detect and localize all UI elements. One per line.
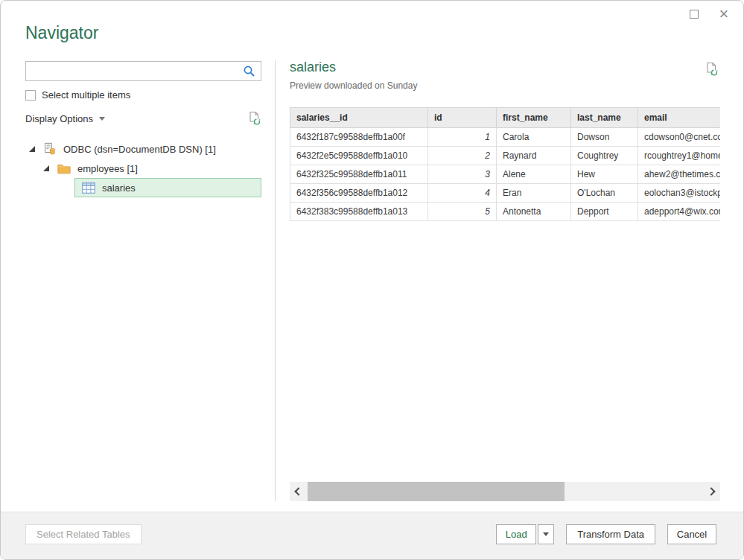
column-header: first_name — [497, 108, 571, 128]
table-cell: 4 — [428, 184, 497, 203]
load-button[interactable]: Load — [496, 524, 536, 544]
scroll-right-button[interactable] — [702, 482, 720, 501]
chevron-left-icon — [294, 487, 302, 495]
maximize-icon — [690, 10, 699, 19]
table-cell: 6432f325c99588deffb1a011 — [290, 165, 428, 184]
table-cell: 5 — [428, 203, 497, 221]
table-row[interactable]: 6432f383c99588deffb1a0135AntonettaDeppor… — [290, 203, 721, 221]
transform-data-button[interactable]: Transform Data — [566, 524, 655, 544]
page-title: Navigator — [25, 23, 98, 43]
table-cell: Depport — [571, 203, 638, 221]
table-cell: Raynard — [497, 147, 571, 165]
column-header: last_name — [571, 108, 638, 128]
checkbox-icon[interactable] — [25, 90, 36, 101]
table-row[interactable]: 6432f2e5c99588deffb1a0102RaynardCoughtre… — [290, 147, 721, 165]
navigator-dialog: × Navigator Select multiple items Displa… — [0, 0, 744, 560]
table-cell: rcoughtrey1@home — [638, 147, 721, 165]
table-cell: eolochan3@istockp — [638, 184, 721, 203]
table-cell: ahew2@thetimes.co — [638, 165, 721, 184]
table-cell: 2 — [428, 147, 497, 165]
table-cell: 3 — [428, 165, 497, 184]
select-multiple-checkbox[interactable]: Select multiple items — [25, 89, 130, 101]
select-multiple-label: Select multiple items — [42, 89, 130, 101]
select-related-tables-button[interactable]: Select Related Tables — [25, 524, 142, 544]
display-options-label: Display Options — [25, 113, 93, 124]
table-cell: 6432f2e5c99588deffb1a010 — [290, 147, 428, 165]
close-icon: × — [719, 6, 729, 22]
preview-table: salaries__ididfirst_namelast_nameemail64… — [290, 107, 720, 221]
close-button[interactable]: × — [715, 5, 733, 23]
table-cell: 6432f356c99588deffb1a012 — [290, 184, 428, 203]
chevron-down-icon — [99, 117, 105, 121]
tree-item-label: employees [1] — [77, 163, 138, 174]
table-row[interactable]: 6432f187c99588deffb1a00f1CarolaDowsoncdo… — [290, 128, 721, 147]
tree-item-label: salaries — [102, 182, 136, 194]
options-row: Display Options — [25, 111, 261, 126]
chevron-right-icon — [707, 487, 715, 495]
search-icon[interactable] — [243, 65, 255, 77]
table-cell: Alene — [497, 165, 571, 184]
odbc-database-icon — [43, 142, 57, 156]
maximize-button[interactable] — [685, 5, 703, 23]
refresh-document-icon[interactable] — [247, 111, 261, 126]
tree-item-label: ODBC (dsn=DocumentDB DSN) [1] — [63, 144, 216, 155]
preview-refresh-icon[interactable] — [705, 62, 719, 77]
window-controls: × — [685, 5, 733, 23]
preview-table-wrap: salaries__ididfirst_namelast_nameemail64… — [290, 107, 720, 221]
table-cell: 1 — [428, 128, 497, 147]
expand-triangle-icon[interactable] — [29, 146, 35, 152]
display-options-dropdown[interactable]: Display Options — [25, 113, 105, 124]
table-cell: cdowson0@cnet.co — [638, 128, 721, 147]
table-cell: Hew — [571, 165, 638, 184]
table-cell: Dowson — [571, 128, 638, 147]
table-cell: adepport4@wix.cor — [638, 203, 721, 221]
expand-triangle-icon[interactable] — [43, 165, 49, 171]
table-row[interactable]: 6432f356c99588deffb1a0124EranO'Lochaneol… — [290, 184, 721, 203]
footer-buttons: Load Transform Data Cancel — [496, 524, 716, 544]
table-cell: Carola — [497, 128, 571, 147]
tree-item-employees[interactable]: employees [1] — [43, 159, 138, 177]
tree-item-salaries-selected[interactable]: salaries — [74, 178, 261, 197]
scrollbar-track[interactable] — [308, 482, 702, 501]
folder-icon — [57, 163, 71, 174]
search-input[interactable] — [26, 62, 243, 80]
table-cell: Eran — [497, 184, 571, 203]
table-cell: Antonetta — [497, 203, 571, 221]
footer-bar: Select Related Tables Load Transform Dat… — [1, 512, 743, 559]
table-row[interactable]: 6432f325c99588deffb1a0113AleneHewahew2@t… — [290, 165, 721, 184]
scrollbar-thumb[interactable] — [308, 482, 565, 501]
column-header: salaries__id — [290, 108, 428, 128]
tree-item-odbc[interactable]: ODBC (dsn=DocumentDB DSN) [1] — [29, 140, 216, 158]
scroll-left-button[interactable] — [290, 482, 308, 501]
search-box — [25, 61, 261, 81]
horizontal-scrollbar[interactable] — [290, 482, 720, 501]
column-header: email — [638, 108, 721, 128]
table-cell: O'Lochan — [571, 184, 638, 203]
table-cell: 6432f383c99588deffb1a013 — [290, 203, 428, 221]
preview-subtitle: Preview downloaded on Sunday — [290, 80, 417, 91]
load-dropdown-button[interactable] — [538, 524, 554, 544]
preview-title: salaries — [290, 60, 336, 75]
chevron-down-icon — [543, 532, 549, 536]
table-cell: Coughtrey — [571, 147, 638, 165]
table-icon — [82, 182, 95, 194]
table-cell: 6432f187c99588deffb1a00f — [290, 128, 428, 147]
pane-divider — [275, 60, 276, 501]
cancel-button[interactable]: Cancel — [667, 524, 716, 544]
column-header: id — [428, 108, 497, 128]
